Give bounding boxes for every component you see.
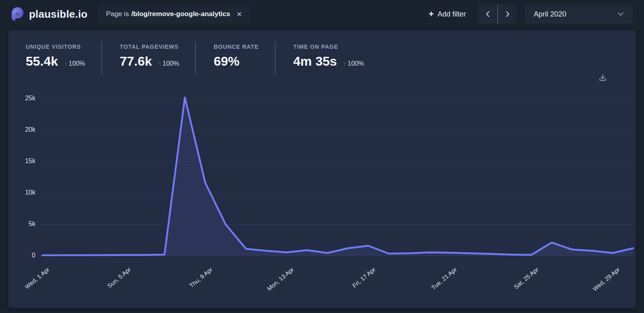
x-axis-label: Sat, 25 Apr	[512, 266, 540, 290]
y-axis-label: 5k	[8, 220, 35, 228]
up-arrow-icon: ↑	[343, 60, 347, 67]
stat-change: ↑100%	[159, 60, 179, 67]
x-axis-label: Thu, 9 Apr	[188, 266, 214, 289]
plausible-logo-icon	[11, 7, 24, 21]
filter-prefix: Page is	[106, 10, 129, 18]
stat-value: 55.4k	[26, 54, 58, 69]
stat-value: 69%	[214, 54, 239, 69]
stats-row: UNIQUE VISITORS 55.4k ↑100% TOTAL PAGEVI…	[8, 30, 636, 74]
y-axis-label: 10k	[8, 189, 35, 196]
y-axis-label: 20k	[8, 126, 35, 133]
visitors-line	[42, 97, 633, 255]
stat-change: ↑100%	[343, 60, 364, 67]
next-period-button[interactable]	[497, 4, 517, 24]
stat-change: ↑100%	[64, 60, 85, 67]
stat-total-pageviews[interactable]: TOTAL PAGEVIEWS 77.6k ↑100%	[102, 42, 196, 74]
plus-icon: +	[429, 10, 434, 19]
analytics-card: UNIQUE VISITORS 55.4k ↑100% TOTAL PAGEVI…	[8, 30, 636, 308]
add-filter-button[interactable]: + Add filter	[429, 10, 466, 19]
chevron-down-icon	[617, 12, 624, 16]
up-arrow-icon: ↑	[159, 60, 162, 67]
chevron-left-icon	[485, 11, 491, 17]
filter-value: /blog/remove-google-analytics	[131, 10, 230, 18]
x-axis-label: Mon, 13 Apr	[266, 266, 295, 292]
x-axis-label: Fri, 17 Apr	[351, 266, 377, 289]
download-export-button[interactable]	[599, 73, 607, 82]
previous-period-button[interactable]	[478, 4, 497, 24]
stat-label: UNIQUE VISITORS	[26, 44, 85, 50]
visitors-chart[interactable]: Wed, 1 AprSun, 5 AprThu, 9 AprMon, 13 Ap…	[40, 93, 636, 260]
stat-unique-visitors[interactable]: UNIQUE VISITORS 55.4k ↑100%	[26, 42, 102, 74]
download-icon	[599, 73, 607, 82]
chevron-right-icon	[505, 11, 510, 17]
x-axis-label: Sun, 5 Apr	[106, 266, 132, 289]
top-bar: plausible.io Page is /blog/remove-google…	[0, 0, 644, 28]
x-axis-label: Tue, 21 Apr	[430, 266, 458, 291]
stat-label: BOUNCE RATE	[214, 44, 259, 50]
x-axis-label: Wed, 1 Apr	[23, 266, 51, 290]
y-axis-label: 15k	[8, 158, 35, 165]
stat-value: 77.6k	[120, 54, 152, 69]
stat-value: 4m 35s	[293, 54, 337, 69]
stat-label: TOTAL PAGEVIEWS	[120, 44, 180, 50]
y-axis-label: 0	[8, 252, 35, 259]
brand[interactable]: plausible.io	[11, 7, 87, 21]
active-filter-pill[interactable]: Page is /blog/remove-google-analytics ✕	[98, 4, 250, 24]
date-range-picker[interactable]: April 2020	[525, 4, 633, 24]
chart-area-fill	[42, 97, 633, 256]
site-title: plausible.io	[29, 8, 87, 21]
up-arrow-icon: ↑	[64, 60, 68, 67]
y-axis-label: 25k	[8, 95, 35, 102]
add-filter-label: Add filter	[438, 10, 466, 19]
stat-time-on-page[interactable]: TIME ON PAGE 4m 35s ↑100%	[275, 42, 380, 74]
period-nav	[478, 4, 517, 24]
date-range-value: April 2020	[534, 10, 566, 19]
remove-filter-icon[interactable]: ✕	[237, 10, 242, 18]
stat-label: TIME ON PAGE	[293, 44, 364, 50]
stat-bounce-rate[interactable]: BOUNCE RATE 69%	[196, 42, 275, 74]
x-axis-label: Wed, 29 Apr	[591, 266, 621, 292]
y-axis: 05k10k15k20k25k	[8, 93, 35, 260]
